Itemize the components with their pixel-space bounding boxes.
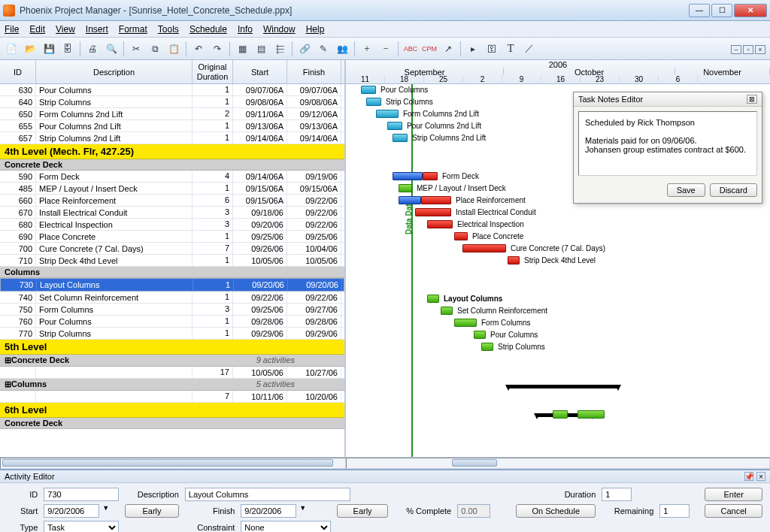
editor-start-early-button[interactable]: Early [125, 504, 178, 518]
table-row[interactable]: 650Form Columns 2nd Lift209/11/06A09/12/… [0, 108, 344, 120]
editor-finish-input[interactable] [241, 504, 296, 518]
menu-format[interactable]: Format [119, 24, 147, 35]
col-finish[interactable]: Finish [287, 60, 341, 83]
group-header[interactable]: Columns [0, 267, 344, 278]
task-notes-editor[interactable]: Task Notes Editor ⊠ Scheduled by Rick Th… [573, 92, 762, 204]
paste-icon[interactable]: 📋 [165, 41, 182, 57]
gantt-bar[interactable] [361, 86, 376, 94]
table-row[interactable]: 690Place Concrete109/25/0609/25/06 [0, 231, 344, 243]
mdi-close[interactable]: × [755, 45, 765, 54]
mdi-restore[interactable]: ▫ [743, 45, 753, 54]
gantt-summary-bar[interactable] [508, 385, 618, 388]
col-description[interactable]: Description [36, 60, 192, 83]
menu-file[interactable]: File [5, 24, 19, 35]
editor-desc-input[interactable] [185, 488, 350, 501]
menu-window[interactable]: Window [263, 24, 296, 35]
gantt-bar[interactable] [454, 319, 477, 327]
menu-info[interactable]: Info [238, 24, 253, 35]
menu-view[interactable]: View [56, 24, 75, 35]
menu-help[interactable]: Help [306, 24, 325, 35]
network-icon[interactable]: ⬱ [271, 41, 288, 57]
table-row[interactable]: 590Form Deck409/14/06A09/19/06 [0, 171, 344, 183]
print-icon[interactable]: 🖨 [84, 41, 101, 57]
key-icon[interactable]: ⚿ [484, 41, 500, 57]
group-header[interactable]: Concrete Deck [0, 159, 344, 171]
grid-icon[interactable]: ▦ [234, 41, 250, 57]
gantt-bar[interactable] [387, 122, 402, 130]
table-row[interactable]: 485MEP / Layout / Insert Deck109/15/06A0… [0, 183, 344, 195]
menu-tools[interactable]: Tools [158, 24, 179, 35]
table-row[interactable]: 655Pour Columns 2nd Lift109/13/06A09/13/… [0, 120, 344, 132]
menu-edit[interactable]: Edit [29, 24, 45, 35]
notes-save-button[interactable]: Save [667, 183, 705, 197]
table-row[interactable]: 740Set Column Reinforcement109/22/0609/2… [0, 292, 344, 304]
gantt-bar[interactable] [427, 220, 453, 228]
table-row[interactable]: 660Place Reinforcement609/15/06A09/22/06 [0, 195, 344, 207]
gantt-scrollbar[interactable] [0, 457, 770, 469]
gantt-bar[interactable] [578, 410, 605, 419]
undo-icon[interactable]: ↶ [190, 41, 207, 57]
mdi-minimize[interactable]: – [731, 45, 741, 54]
gantt-bar[interactable] [441, 307, 453, 315]
editor-onschedule-button[interactable]: On Schedule [516, 504, 596, 518]
table-row[interactable]: 710Strip Deck 4thd Level110/05/0610/05/0… [0, 255, 344, 267]
table-row[interactable]: 700Cure Concrete (7 Cal. Days)709/26/061… [0, 243, 344, 255]
editor-remaining-input[interactable] [659, 504, 690, 518]
menu-schedule[interactable]: Schedule [189, 24, 227, 35]
grid-body[interactable]: 630Pour Columns109/07/06A09/07/06A640Str… [0, 84, 344, 457]
arrow-icon[interactable]: ↗ [440, 41, 456, 57]
table-row[interactable]: 770Strip Columns109/29/0609/29/06 [0, 328, 344, 340]
table-row[interactable]: 760Pour Columns109/28/0609/28/06 [0, 316, 344, 328]
editor-constraint-select[interactable]: None [241, 521, 331, 532]
table-row[interactable]: 670Install Electrical Conduit309/18/0609… [0, 207, 344, 219]
table-row[interactable]: 630Pour Columns109/07/06A09/07/06A [0, 84, 344, 96]
gantt-bar[interactable] [366, 98, 381, 106]
notes-body[interactable]: Scheduled by Rick Thompson Materials pai… [578, 111, 757, 176]
gantt-bar[interactable] [393, 172, 423, 180]
gantt-bar[interactable] [393, 134, 408, 142]
saveall-icon[interactable]: 🗄 [59, 41, 76, 57]
text-icon[interactable]: T [502, 41, 519, 57]
col-duration[interactable]: Original Duration [192, 60, 233, 83]
preview-icon[interactable]: 🔍 [103, 41, 120, 57]
gantt-icon[interactable]: ▤ [253, 41, 269, 57]
col-id[interactable]: ID [0, 60, 36, 83]
gantt-bar[interactable] [399, 196, 421, 204]
editor-cancel-button[interactable]: Cancel [705, 504, 762, 518]
gantt-bar[interactable] [423, 172, 438, 180]
window-close-button[interactable]: ✕ [734, 4, 767, 17]
new-icon[interactable]: 📄 [3, 41, 20, 57]
redo-icon[interactable]: ↷ [209, 41, 226, 57]
line-icon[interactable]: ／ [521, 41, 538, 57]
gantt-bar[interactable] [462, 244, 506, 252]
group-header[interactable]: ⊞ Columns5 activities [0, 379, 344, 391]
editor-start-input[interactable] [44, 504, 99, 518]
gantt-bar[interactable] [421, 196, 451, 204]
gantt-bar[interactable] [415, 208, 451, 216]
gantt-bar[interactable] [376, 110, 399, 118]
level-header[interactable]: 5th Level [0, 340, 344, 355]
editor-enter-button[interactable]: Enter [705, 488, 762, 501]
window-minimize-button[interactable]: — [689, 4, 710, 17]
menu-insert[interactable]: Insert [86, 24, 108, 35]
save-icon[interactable]: 💾 [41, 41, 57, 57]
zoomout-icon[interactable]: － [377, 41, 394, 57]
gantt-bar[interactable] [454, 232, 468, 240]
level-header[interactable]: 6th Level [0, 403, 344, 418]
cut-icon[interactable]: ✂ [128, 41, 144, 57]
copy-icon[interactable]: ⧉ [147, 41, 163, 57]
gantt-bar[interactable] [508, 256, 520, 264]
editor-finish-early-button[interactable]: Early [337, 504, 388, 518]
table-row[interactable]: 680Electrical Inspection309/20/0609/22/0… [0, 219, 344, 231]
zoomin-icon[interactable]: ＋ [359, 41, 375, 57]
level-header[interactable]: 4th Level (Mech. Flr, 427.25) [0, 144, 344, 159]
table-row[interactable]: 640Strip Columns109/08/06A09/08/06A [0, 96, 344, 108]
notes-discard-button[interactable]: Discard [710, 183, 757, 197]
table-row[interactable]: 730Layout Columns109/20/0609/20/06 [0, 278, 344, 292]
gantt-bar[interactable] [474, 331, 486, 339]
link-icon[interactable]: 🔗 [296, 41, 313, 57]
editor-type-select[interactable]: Task [44, 521, 119, 532]
window-maximize-button[interactable]: ☐ [711, 4, 732, 17]
group-header[interactable]: ⊞ Concrete Deck9 activities [0, 355, 344, 367]
notes-close-icon[interactable]: ⊠ [747, 95, 757, 104]
